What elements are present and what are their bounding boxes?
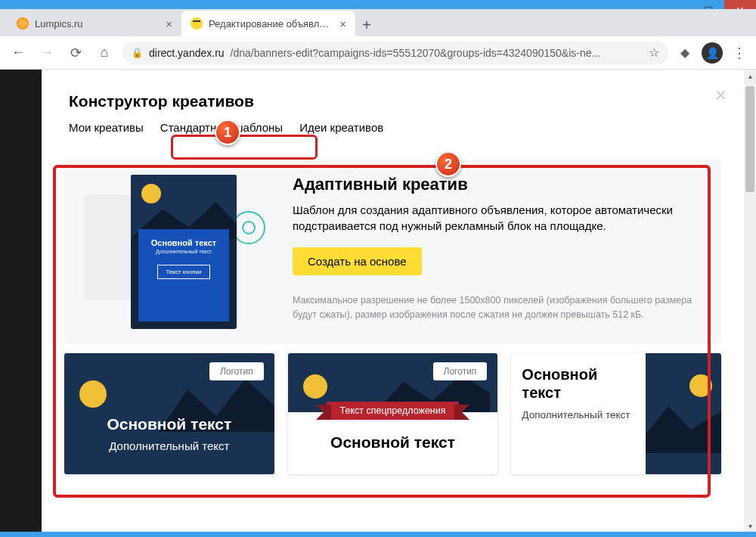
sun-icon — [79, 380, 107, 408]
preview-heading: Основной текст — [144, 238, 223, 247]
extension-icon[interactable]: ◆ — [676, 44, 694, 62]
back-button[interactable]: ← — [8, 42, 29, 64]
create-from-template-button[interactable]: Создать на основе — [293, 247, 422, 275]
reload-button[interactable]: ⟳ — [65, 42, 86, 64]
preview-body: Основной текст Дополнительный текст Текс… — [138, 229, 229, 321]
address-bar[interactable]: 🔒 direct.yandex.ru/dna/banners-edit?camp… — [122, 42, 668, 64]
template-heading: Основной текст — [522, 365, 635, 402]
url-host: direct.yandex.ru — [149, 47, 225, 59]
template-subtext: Дополнительный текст — [64, 439, 274, 452]
logo-placeholder: Логотип — [433, 362, 488, 380]
browser-tab-strip: Lumpics.ru × Редактирование объявлений ×… — [0, 9, 756, 36]
home-button[interactable]: ⌂ — [94, 42, 115, 64]
modal-close-button[interactable]: ✕ — [714, 86, 727, 104]
sun-icon — [141, 184, 161, 203]
hero-description: Шаблон для создания адаптивного объявлен… — [293, 202, 702, 234]
template-heading: Основной текст — [64, 415, 274, 433]
favicon-icon — [17, 17, 29, 29]
hero-preview: Основной текст Дополнительный текст Текс… — [84, 175, 273, 326]
annotation-badge: 2 — [435, 151, 461, 177]
modal-tabs: Мои креативы Стандартные шаблоны Идеи кр… — [69, 121, 717, 138]
favicon-icon — [191, 17, 203, 29]
scroll-thumb[interactable] — [745, 86, 754, 192]
profile-avatar[interactable]: 👤 — [702, 42, 723, 64]
sun-icon — [689, 374, 712, 397]
close-tab-icon[interactable]: × — [166, 17, 172, 30]
template-heading: Основной текст — [299, 433, 488, 452]
page-content: ▴ ▾ ✕ Конструктор креативов Мои креативы… — [42, 70, 756, 532]
forward-button[interactable]: → — [36, 42, 57, 64]
hero-title: Адаптивный креатив — [293, 175, 702, 194]
preview-card: Основной текст Дополнительный текст Текс… — [131, 175, 237, 329]
template-subtext: Дополнительный текст — [522, 409, 635, 421]
close-tab-icon[interactable]: × — [339, 17, 346, 30]
new-tab-button[interactable]: + — [355, 14, 378, 36]
app-sidebar — [0, 70, 42, 532]
bookmark-star-icon[interactable]: ☆ — [649, 45, 659, 60]
browser-toolbar: ← → ⟳ ⌂ 🔒 direct.yandex.ru/dna/banners-e… — [0, 36, 756, 70]
browser-tab-active[interactable]: Редактирование объявлений × — [181, 11, 355, 36]
window-bottom-border — [0, 532, 756, 537]
url-path: /dna/banners-edit?campaigns-ids=55512070… — [231, 47, 601, 59]
browser-tab[interactable]: Lumpics.ru × — [8, 11, 181, 36]
user-circle-icon — [232, 211, 265, 244]
template-card[interactable]: Логотип Текст спецпредложения Основной т… — [288, 353, 498, 474]
sun-icon — [303, 374, 327, 399]
page-area: ▴ ▾ ✕ Конструктор креативов Мои креативы… — [0, 70, 756, 532]
modal-title: Конструктор креативов — [69, 92, 717, 110]
tab-title: Редактирование объявлений — [209, 18, 333, 29]
vertical-scrollbar[interactable]: ▴ ▾ — [744, 70, 756, 532]
annotation-badge: 1 — [215, 120, 240, 145]
lock-icon: 🔒 — [132, 48, 143, 58]
template-gallery: Логотип Основной текст Дополнительный те… — [48, 353, 738, 474]
browser-menu-button[interactable]: ⋮ — [730, 45, 748, 61]
preview-button: Текст кнопки — [157, 265, 209, 279]
hero-text: Адаптивный креатив Шаблон для создания а… — [293, 175, 702, 326]
modal-header: Конструктор креативов Мои креативы Станд… — [48, 76, 738, 146]
adaptive-creative-hero: Основной текст Дополнительный текст Текс… — [64, 160, 721, 344]
tab-my-creatives[interactable]: Мои креативы — [69, 121, 144, 138]
tab-creative-ideas[interactable]: Идеи креативов — [299, 121, 383, 138]
template-card[interactable]: Логотип Основной текст Дополнительный те… — [64, 353, 274, 474]
hero-note: Максимальное разрешение не более 1500х80… — [293, 293, 702, 322]
logo-placeholder: Логотип — [209, 362, 264, 380]
scroll-up-icon[interactable]: ▴ — [744, 70, 756, 82]
creative-builder-modal: ✕ Конструктор креативов Мои креативы Ста… — [48, 76, 738, 532]
preview-subtext: Дополнительный текст — [144, 249, 223, 254]
template-card[interactable]: Основной текст Дополнительный текст — [511, 353, 721, 474]
scroll-down-icon[interactable]: ▾ — [744, 520, 756, 532]
tab-title: Lumpics.ru — [35, 18, 160, 29]
window-titlebar — [0, 0, 756, 9]
mountain-icon — [646, 406, 721, 453]
offer-ribbon: Текст спецпредложения — [327, 402, 460, 420]
